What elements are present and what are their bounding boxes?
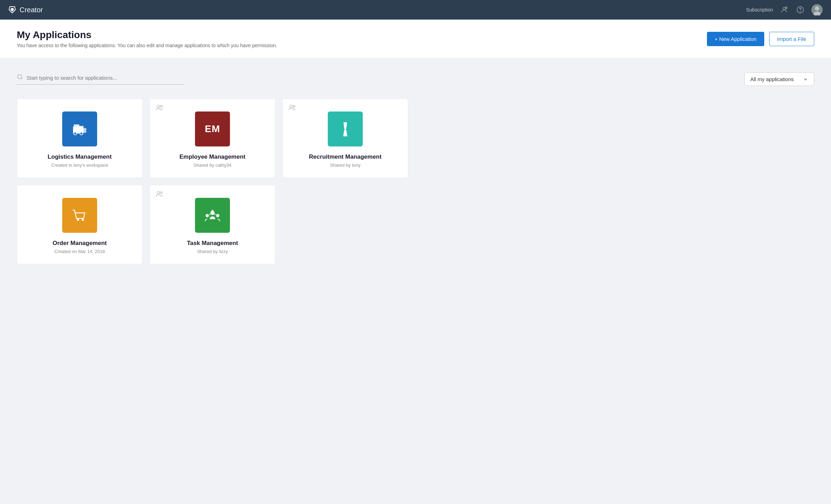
shared-icon bbox=[156, 104, 163, 113]
apps-grid: Logistics Management Created in tony's w… bbox=[17, 99, 408, 264]
search-container bbox=[17, 74, 185, 85]
shared-icon bbox=[288, 104, 296, 113]
svg-marker-1 bbox=[10, 8, 14, 12]
app-card-recruitment[interactable]: Recruitment Management Shared by tony bbox=[282, 99, 408, 178]
svg-point-21 bbox=[157, 105, 160, 108]
svg-point-24 bbox=[293, 106, 295, 108]
app-icon-box bbox=[62, 111, 97, 146]
app-name: Logistics Management bbox=[48, 153, 111, 160]
svg-marker-26 bbox=[343, 129, 347, 136]
chevron-down-icon bbox=[803, 77, 808, 82]
main-content: All my applications Logistics Management… bbox=[0, 58, 831, 278]
app-meta: Created on Mar 14, 2018 bbox=[55, 249, 105, 254]
app-card-order[interactable]: Order Management Created on Mar 14, 2018 bbox=[17, 185, 143, 264]
shared-icon bbox=[156, 190, 163, 200]
svg-point-32 bbox=[205, 214, 209, 217]
header-right: Subscription bbox=[746, 4, 823, 15]
avatar[interactable] bbox=[811, 4, 823, 15]
page-title: My Applications bbox=[17, 29, 277, 41]
svg-point-37 bbox=[214, 214, 216, 215]
filter-dropdown[interactable]: All my applications bbox=[744, 72, 814, 86]
svg-point-9 bbox=[800, 11, 801, 12]
svg-point-36 bbox=[209, 214, 211, 215]
app-name: Recruitment Management bbox=[309, 153, 382, 160]
app-icon-box bbox=[62, 198, 97, 233]
app-name: Employee Management bbox=[180, 153, 246, 160]
app-name: Order Management bbox=[53, 240, 107, 247]
page-header: My Applications You have access to the f… bbox=[0, 20, 831, 58]
app-name: Task Management bbox=[187, 240, 238, 247]
svg-point-3 bbox=[785, 7, 787, 9]
shared-users-icon bbox=[156, 190, 163, 198]
search-icon bbox=[17, 74, 23, 81]
svg-point-23 bbox=[290, 105, 292, 108]
svg-point-29 bbox=[157, 192, 160, 194]
user-settings-icon[interactable] bbox=[779, 5, 789, 15]
new-application-button[interactable]: + New Application bbox=[707, 32, 764, 46]
shared-users-icon bbox=[288, 104, 296, 111]
svg-point-28 bbox=[82, 219, 84, 221]
app-meta: Shared by cathy34 bbox=[194, 163, 231, 168]
app-icon-box: EM bbox=[195, 111, 230, 146]
logo-icon bbox=[8, 6, 16, 14]
app-meta: Created in tony's workspace bbox=[51, 163, 108, 168]
shared-users-icon bbox=[156, 104, 163, 111]
page-header-left: My Applications You have access to the f… bbox=[17, 29, 277, 48]
svg-point-22 bbox=[160, 106, 162, 108]
app-card-task[interactable]: Task Management Shared by lizzy bbox=[150, 185, 275, 264]
svg-line-14 bbox=[21, 78, 22, 79]
search-input[interactable] bbox=[27, 75, 185, 81]
svg-point-11 bbox=[815, 6, 819, 10]
app-meta: Shared by lizzy bbox=[197, 249, 228, 254]
help-icon[interactable] bbox=[795, 5, 805, 15]
app-icon-box bbox=[328, 111, 363, 146]
svg-point-18 bbox=[74, 132, 77, 135]
svg-point-19 bbox=[80, 132, 83, 135]
page-header-actions: + New Application Import a File bbox=[707, 32, 814, 46]
svg-rect-20 bbox=[84, 128, 86, 133]
svg-point-27 bbox=[77, 219, 79, 221]
header-left: Creator bbox=[8, 6, 43, 14]
top-header: Creator Subscription bbox=[0, 0, 831, 20]
filter-selected-label: All my applications bbox=[750, 76, 794, 82]
app-icon-text: EM bbox=[205, 123, 220, 135]
svg-point-30 bbox=[160, 192, 162, 194]
logo-text: Creator bbox=[20, 6, 43, 14]
app-icon-box bbox=[195, 198, 230, 233]
svg-rect-16 bbox=[74, 124, 79, 128]
svg-rect-17 bbox=[79, 126, 84, 129]
app-card-employee[interactable]: EM Employee Management Shared by cathy34 bbox=[150, 99, 275, 178]
app-card-logistics[interactable]: Logistics Management Created in tony's w… bbox=[17, 99, 143, 178]
subscription-link[interactable]: Subscription bbox=[746, 7, 773, 13]
import-file-button[interactable]: Import a File bbox=[769, 32, 814, 46]
page-subtitle: You have access to the following applica… bbox=[17, 43, 277, 48]
svg-point-33 bbox=[216, 214, 219, 217]
svg-marker-25 bbox=[344, 122, 347, 130]
svg-point-13 bbox=[17, 74, 22, 79]
app-meta: Shared by tony bbox=[330, 163, 360, 168]
search-filter-row: All my applications bbox=[17, 72, 814, 86]
